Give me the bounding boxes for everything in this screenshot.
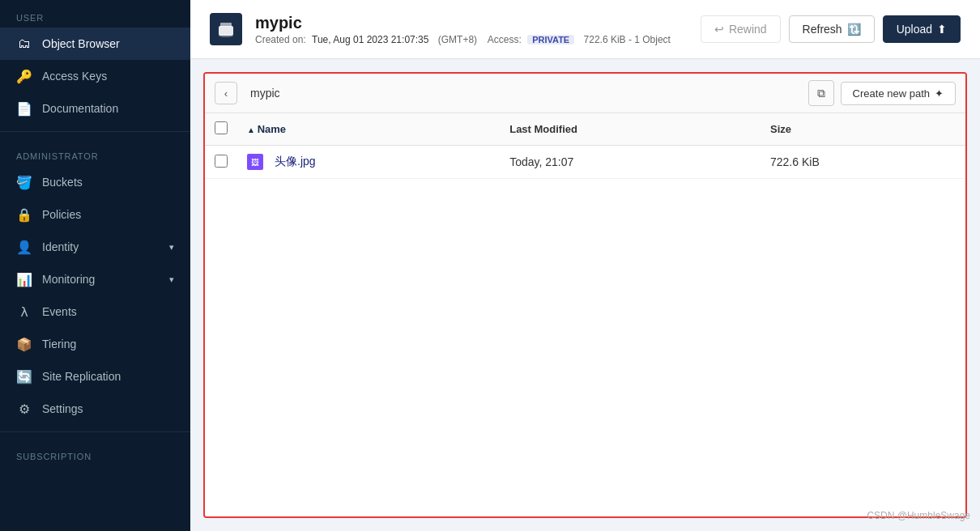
sort-asc-icon: ▲	[247, 125, 258, 134]
row-checkbox[interactable]	[215, 155, 228, 168]
sidebar-item-label: Documentation	[42, 102, 118, 115]
timezone: (GMT+8)	[438, 34, 477, 45]
sidebar-item-policies[interactable]: 🔒 Policies	[0, 198, 190, 231]
name-column-header[interactable]: ▲ Name	[237, 113, 500, 146]
sidebar-divider-1	[0, 131, 190, 132]
header-actions: ↩ Rewind Refresh 🔃 Upload ⬆	[701, 15, 961, 43]
file-name: 头像.jpg	[275, 155, 316, 169]
sidebar-item-label: Site Replication	[42, 370, 121, 383]
file-type-icon: 🖼	[247, 154, 263, 170]
monitoring-chevron-icon: ▾	[169, 274, 174, 285]
file-name-cell: 🖼 头像.jpg	[237, 146, 500, 179]
back-arrow-icon: ‹	[224, 87, 228, 100]
bucket-info: mypic Created on: Tue, Aug 01 2023 21:07…	[255, 14, 688, 45]
user-section-label: User	[0, 0, 190, 28]
svg-point-2	[219, 34, 233, 37]
svg-rect-1	[220, 23, 232, 27]
file-table: ▲ Name Last Modified Size	[205, 113, 965, 179]
sidebar-item-label: Identity	[42, 240, 79, 253]
tiering-icon: 📦	[16, 336, 32, 352]
site-replication-icon: 🔄	[16, 368, 32, 384]
row-checkbox-cell	[205, 146, 237, 179]
last-modified-cell: Today, 21:07	[500, 146, 761, 179]
sidebar-item-documentation[interactable]: 📄 Documentation	[0, 92, 190, 125]
access-label: Access:	[488, 34, 522, 45]
upload-button[interactable]: Upload ⬆	[883, 15, 961, 43]
sidebar-item-label: Monitoring	[42, 273, 95, 286]
size-cell: 722.6 KiB	[761, 146, 965, 179]
buckets-icon: 🪣	[16, 174, 32, 190]
rewind-button[interactable]: ↩ Rewind	[701, 15, 781, 43]
access-badge: PRIVATE	[527, 35, 574, 45]
subscription-section-label: Subscription	[0, 439, 190, 466]
create-path-icon: ✦	[935, 87, 944, 100]
sidebar-item-buckets[interactable]: 🪣 Buckets	[0, 166, 190, 198]
rewind-icon: ↩	[714, 23, 724, 36]
policies-icon: 🔒	[16, 206, 32, 223]
current-path: mypic	[244, 83, 802, 103]
path-copy-button[interactable]: ⧉	[808, 80, 834, 106]
object-browser-icon: 🗂	[16, 36, 32, 52]
monitoring-icon: 📊	[16, 271, 32, 287]
access-keys-icon: 🔑	[16, 68, 32, 84]
settings-icon: ⚙	[16, 401, 32, 417]
sidebar-item-identity[interactable]: 👤 Identity ▾	[0, 231, 190, 263]
bucket-meta: Created on: Tue, Aug 01 2023 21:07:35 (G…	[255, 34, 688, 45]
admin-section-label: Administrator	[0, 138, 190, 166]
refresh-button[interactable]: Refresh 🔃	[789, 15, 875, 43]
path-bar: ‹ mypic ⧉ Create new path ✦	[205, 74, 965, 113]
bucket-name: mypic	[255, 14, 688, 32]
main-content: mypic Created on: Tue, Aug 01 2023 21:07…	[190, 0, 980, 531]
bucket-icon	[210, 13, 242, 45]
sidebar-item-label: Tiering	[42, 338, 76, 350]
sidebar-divider-2	[0, 431, 190, 432]
sidebar-item-label: Buckets	[42, 176, 83, 189]
documentation-icon: 📄	[16, 100, 32, 117]
created-label: Created on:	[255, 34, 306, 45]
events-icon: λ	[16, 304, 32, 320]
identity-icon: 👤	[16, 239, 32, 255]
sidebar-item-tiering[interactable]: 📦 Tiering	[0, 328, 190, 360]
sidebar-item-monitoring[interactable]: 📊 Monitoring ▾	[0, 263, 190, 295]
upload-icon: ⬆	[937, 23, 947, 36]
sidebar-item-object-browser[interactable]: 🗂 Object Browser	[0, 28, 190, 60]
create-path-button[interactable]: Create new path ✦	[841, 82, 956, 105]
sidebar-item-label: Policies	[42, 208, 81, 221]
file-browser: ‹ mypic ⧉ Create new path ✦ ▲ Na	[203, 72, 967, 518]
sidebar-item-label: Settings	[42, 402, 83, 415]
bucket-size: 722.6 KiB - 1 Object	[584, 34, 671, 45]
created-date: Tue, Aug 01 2023 21:07:35	[312, 34, 428, 45]
sidebar-item-site-replication[interactable]: 🔄 Site Replication	[0, 360, 190, 393]
select-all-checkbox[interactable]	[215, 121, 228, 134]
sidebar-item-access-keys[interactable]: 🔑 Access Keys	[0, 60, 190, 92]
file-name-link[interactable]: 🖼 头像.jpg	[247, 154, 490, 170]
table-row: 🖼 头像.jpg Today, 21:07 722.6 KiB	[205, 146, 965, 179]
watermark: CSDN @HumbleSwage	[867, 510, 970, 521]
sidebar-item-events[interactable]: λ Events	[0, 295, 190, 328]
table-header-row: ▲ Name Last Modified Size	[205, 113, 965, 146]
bucket-header: mypic Created on: Tue, Aug 01 2023 21:07…	[190, 0, 980, 59]
sidebar-item-label: Events	[42, 305, 77, 318]
select-all-header	[205, 113, 237, 146]
sidebar: User 🗂 Object Browser 🔑 Access Keys 📄 Do…	[0, 0, 190, 531]
size-column-header[interactable]: Size	[761, 113, 965, 146]
sidebar-item-label: Object Browser	[42, 37, 120, 50]
refresh-icon: 🔃	[847, 23, 861, 36]
sidebar-item-settings[interactable]: ⚙ Settings	[0, 393, 190, 425]
identity-chevron-icon: ▾	[169, 242, 174, 253]
path-back-button[interactable]: ‹	[215, 82, 237, 104]
last-modified-column-header[interactable]: Last Modified	[500, 113, 761, 146]
sidebar-item-label: Access Keys	[42, 70, 107, 83]
copy-icon: ⧉	[817, 87, 825, 100]
